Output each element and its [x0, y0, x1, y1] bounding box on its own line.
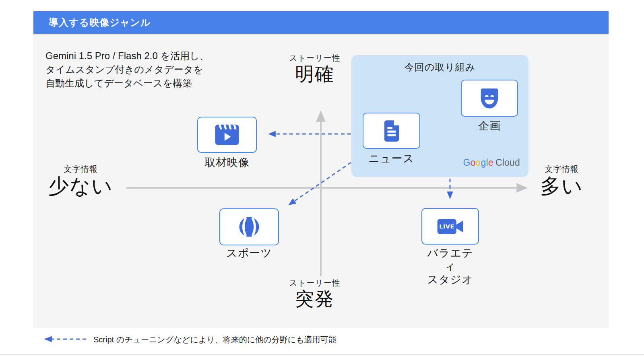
- variety-label: バラエティ スタジオ: [421, 247, 479, 286]
- axis-bottom-large: 突発: [295, 288, 334, 310]
- page-title: 導入する映像ジャンル: [49, 16, 151, 29]
- news-label: ニュース: [363, 152, 420, 165]
- axis-right-large: 多い: [540, 175, 583, 198]
- logo-letter: o: [476, 157, 481, 168]
- axis-label-bottom: ストーリー性 突発: [275, 278, 355, 310]
- intro-line: Gemini 1.5 Pro / Flash 2.0 を活用し、: [45, 49, 209, 63]
- legend-text: Script のチューニングなどにより、将来的に他の分野にも適用可能: [93, 334, 336, 345]
- intro-line: タイムスタンプ付きのメタデータを: [45, 63, 209, 76]
- logo-letter: g: [481, 157, 486, 168]
- tennis-ball-icon: [237, 215, 261, 239]
- logo-cloud-word: Cloud: [495, 157, 520, 168]
- kikaku-card: [461, 80, 518, 117]
- logo-letter: e: [488, 157, 493, 168]
- logo-letter: o: [471, 157, 476, 168]
- header-bar: 導入する映像ジャンル: [33, 11, 609, 34]
- live-badge-text: LIVE: [439, 223, 454, 230]
- shuzai-label: 取材映像: [197, 156, 257, 169]
- variety-card: LIVE: [421, 208, 479, 245]
- intro-text: Gemini 1.5 Pro / Flash 2.0 を活用し、 タイムスタンプ…: [45, 49, 209, 90]
- intro-line: 自動生成してデータベースを構築: [45, 76, 209, 90]
- live-camera-icon: LIVE: [436, 216, 464, 237]
- axis-top-large: 明確: [295, 64, 334, 85]
- theater-mask-icon: [477, 85, 502, 111]
- highlight-title: 今回の取り組み: [351, 61, 528, 74]
- axis-top-small: ストーリー性: [289, 53, 340, 64]
- logo-letter: G: [463, 157, 470, 168]
- window-bottom-border: [0, 354, 644, 355]
- axis-right-small: 文字情報: [545, 164, 579, 175]
- shuzai-card: [197, 117, 257, 153]
- kikaku-label: 企画: [461, 119, 518, 133]
- document-icon: [381, 119, 402, 143]
- google-cloud-logo: GoogleCloud: [450, 157, 520, 168]
- movie-clapper-icon: [213, 123, 241, 146]
- axis-bottom-small: ストーリー性: [289, 278, 340, 288]
- axis-left-large: 少ない: [48, 175, 113, 198]
- axis-left-small: 文字情報: [64, 164, 98, 175]
- variety-label-line1: バラエティ: [421, 247, 479, 273]
- sports-label: スポーツ: [219, 247, 279, 260]
- sports-card: [219, 208, 279, 245]
- variety-label-line2: スタジオ: [421, 273, 479, 286]
- axis-label-left: 文字情報 少ない: [43, 164, 118, 198]
- axis-label-top: ストーリー性 明確: [275, 53, 355, 85]
- axis-label-right: 文字情報 多い: [530, 164, 593, 198]
- news-card: [363, 113, 420, 149]
